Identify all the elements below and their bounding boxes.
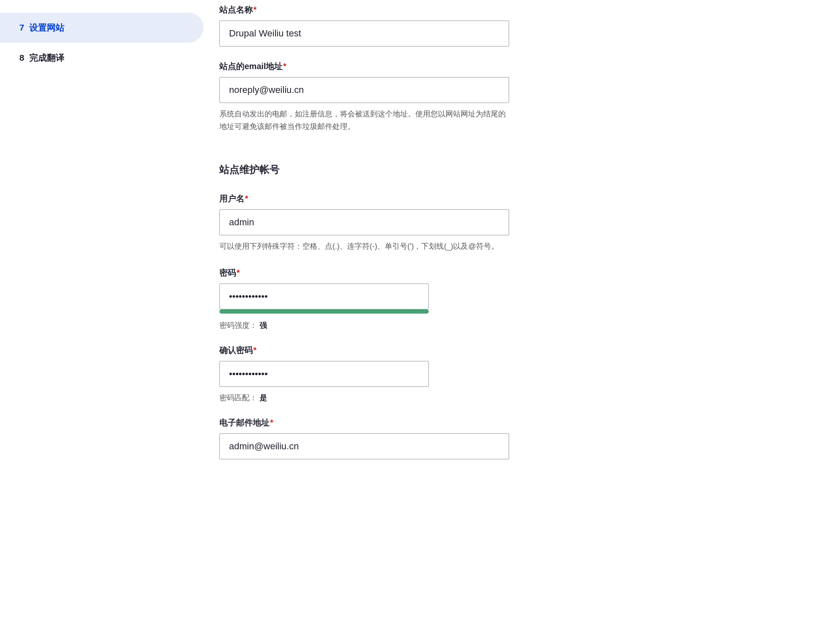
- site-email-label: 站点的email地址*: [219, 61, 509, 72]
- required-mark: *: [270, 418, 273, 427]
- required-mark: *: [237, 268, 240, 277]
- maintenance-account-heading: 站点维护帐号: [219, 163, 509, 176]
- site-email-group: 站点的email地址* 系统自动发出的电邮，如注册信息，将会被送到这个地址。使用…: [219, 61, 509, 133]
- email-group: 电子邮件地址*: [219, 417, 509, 459]
- step-number: 8: [13, 53, 24, 63]
- step-label: 设置网站: [29, 22, 64, 33]
- step-number: 7: [13, 23, 24, 33]
- site-email-input[interactable]: [219, 77, 509, 103]
- username-help: 可以使用下列特殊字符：空格、点(.)、连字符(-)、单引号(')，下划线(_)以…: [219, 240, 509, 253]
- site-name-group: 站点名称*: [219, 4, 509, 46]
- password-wrapper: 密码强度：强: [219, 283, 429, 330]
- password-input[interactable]: [219, 283, 429, 309]
- main-form-area: 站点名称* 站点的email地址* 系统自动发出的电邮，如注册信息，将会被送到这…: [203, 0, 534, 644]
- site-email-help: 系统自动发出的电邮，如注册信息，将会被送到这个地址。使用您以网站网址为结尾的地址…: [219, 108, 509, 133]
- required-mark: *: [253, 5, 257, 14]
- confirm-password-input[interactable]: [219, 361, 429, 387]
- email-label: 电子邮件地址*: [219, 417, 509, 428]
- step-finish-translation: 8 完成翻译: [0, 43, 203, 73]
- site-name-input[interactable]: [219, 21, 509, 46]
- password-label: 密码*: [219, 267, 509, 278]
- required-mark: *: [245, 194, 248, 203]
- required-mark: *: [253, 345, 257, 355]
- username-label: 用户名*: [219, 193, 509, 204]
- password-group: 密码* 密码强度：强: [219, 267, 509, 330]
- username-group: 用户名* 可以使用下列特殊字符：空格、点(.)、连字符(-)、单引号(')，下划…: [219, 193, 509, 253]
- password-match-text: 密码匹配：是: [219, 393, 429, 403]
- site-name-label: 站点名称*: [219, 4, 509, 15]
- step-label: 完成翻译: [29, 52, 64, 64]
- email-input[interactable]: [219, 433, 509, 459]
- password-strength-text: 密码强度：强: [219, 320, 429, 330]
- password-strength-bar: [219, 309, 429, 314]
- confirm-password-wrapper: 密码匹配：是: [219, 361, 429, 403]
- username-input[interactable]: [219, 209, 509, 235]
- confirm-password-label: 确认密码*: [219, 345, 509, 356]
- step-configure-site: 7 设置网站: [0, 13, 203, 43]
- confirm-password-group: 确认密码* 密码匹配：是: [219, 345, 509, 403]
- install-steps-sidebar: 7 设置网站 8 完成翻译: [0, 0, 203, 644]
- required-mark: *: [283, 62, 286, 71]
